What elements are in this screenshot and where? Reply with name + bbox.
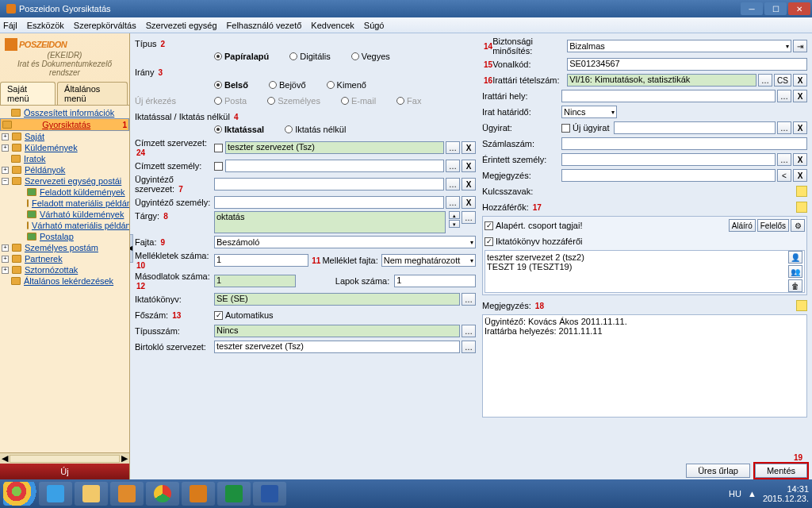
input-ugy-szervezet[interactable] <box>214 178 444 190</box>
taskbar-app[interactable] <box>182 482 215 506</box>
window-maximize-button[interactable]: ☐ <box>764 2 787 15</box>
note-hozzaferok-icon[interactable] <box>796 202 807 213</box>
tree-varhato-k[interactable]: Várható küldemények <box>0 209 129 220</box>
chk-alapert[interactable]: ✓ <box>485 221 493 230</box>
taskbar-excel[interactable] <box>217 482 251 506</box>
hozz-tool-3[interactable]: 🗑 <box>788 279 802 292</box>
textarea-megjegyzes[interactable]: Ügyintéző: Kovács Ákos 2011.11.11. Iratt… <box>482 314 807 418</box>
collapse-sidebar-handle[interactable]: ◀ <box>130 234 133 263</box>
lookup-ugyirat[interactable]: … <box>777 121 791 134</box>
clear-cimzett-szem[interactable]: X <box>462 160 476 172</box>
cs-button[interactable]: CS <box>774 74 791 87</box>
input-ugyirat[interactable] <box>614 121 776 134</box>
lookup-cimzett[interactable]: … <box>446 141 460 154</box>
tree-sajat[interactable]: +Saját <box>0 131 129 142</box>
clear-irattari-hely[interactable]: X <box>793 90 807 102</box>
note-kulcsszavak-icon[interactable] <box>796 186 807 197</box>
input-tipusszam[interactable]: Nincs <box>214 325 460 337</box>
hozz-item-1[interactable]: teszter szervezet 2 (tsz2) <box>487 252 802 262</box>
clear-irattari[interactable]: X <box>793 74 807 87</box>
expand-megj[interactable]: < <box>777 169 791 182</box>
radio-kimeno[interactable]: Kimenő <box>327 80 366 90</box>
radio-iktatassal[interactable]: Iktatással <box>214 125 264 134</box>
tree-partnerek[interactable]: +Partnerek <box>0 253 129 264</box>
hozzaferok-list[interactable]: teszter szervezet 2 (tsz2) TESZT 19 (TES… <box>485 250 805 293</box>
tree-sztorno[interactable]: +Sztornózottak <box>0 264 129 275</box>
input-lapok-szama[interactable]: 1 <box>394 275 476 287</box>
tree-lekerd[interactable]: Általános lekérdezések <box>0 275 129 287</box>
btn-alairo[interactable]: Aláíró <box>729 219 756 232</box>
window-minimize-button[interactable]: ─ <box>741 2 763 15</box>
btn-hozz-add[interactable]: ⚙ <box>791 219 805 232</box>
targy-up[interactable]: ▴ <box>449 211 460 219</box>
input-iktatokonyv[interactable]: SE (SE) <box>214 293 460 306</box>
radio-iktatas-nelkul[interactable]: Iktatás nélkül <box>285 125 346 134</box>
lookup-targy[interactable]: … <box>462 211 476 224</box>
sidetab-general[interactable]: Általános menü <box>57 82 128 105</box>
chk-ikthozz[interactable]: ✓ <box>485 237 493 246</box>
input-szamlaszam[interactable] <box>561 137 807 150</box>
clear-megj[interactable]: X <box>793 169 807 182</box>
lookup-irattari[interactable]: … <box>758 74 772 87</box>
radio-belso[interactable]: Belső <box>214 80 248 90</box>
input-birtoklo[interactable]: teszter szervezet (Tsz) <box>214 341 460 353</box>
note-megj2-icon[interactable] <box>796 300 807 311</box>
start-button[interactable] <box>3 482 36 506</box>
select-irat-hat[interactable]: Nincs▾ <box>561 106 617 118</box>
taskbar-mediaplayer[interactable] <box>110 482 144 506</box>
radio-digitalis[interactable]: Digitális <box>289 52 331 61</box>
taskbar-ie[interactable] <box>39 482 72 506</box>
input-ugy-szemely[interactable] <box>214 196 444 209</box>
menu-favorites[interactable]: Kedvencek <box>311 21 354 30</box>
input-vonalkod[interactable]: SE01234567 <box>567 58 807 71</box>
lookup-ugy-szemely[interactable]: … <box>446 196 460 209</box>
window-close-button[interactable]: ✕ <box>788 2 810 15</box>
lookup-ugy-szervezet[interactable]: … <box>446 178 460 190</box>
input-irattari-hely[interactable] <box>561 90 776 102</box>
sidebar-hscroll[interactable]: ◀▶ <box>0 452 129 464</box>
tray-flag-icon[interactable]: ▲ <box>748 489 756 498</box>
clear-ugy-szervezet[interactable]: X <box>462 178 476 190</box>
radio-vegyes[interactable]: Vegyes <box>351 52 390 61</box>
lookup-cimzett-szem[interactable]: … <box>446 160 460 172</box>
hozz-tool-2[interactable]: 👥 <box>788 265 802 278</box>
chk-cimzett-szem[interactable] <box>214 162 223 171</box>
input-erintett[interactable] <box>561 153 776 166</box>
input-megjegyzes[interactable] <box>561 169 776 182</box>
tree-osszesitett[interactable]: Összesített információk <box>0 107 129 118</box>
select-mell-fajta[interactable]: Nem meghatározott▾ <box>381 254 476 267</box>
clear-erintett[interactable]: X <box>793 153 807 166</box>
select-bizt[interactable]: Bizalmas▾ <box>567 40 791 52</box>
tree-postalap[interactable]: Postalap <box>0 231 129 242</box>
input-masod-szama[interactable]: 1 <box>214 275 296 287</box>
lookup-erintett[interactable]: … <box>777 153 791 166</box>
hozz-tool-1[interactable]: 👤 <box>788 251 802 264</box>
pin-bizt[interactable]: ⇥ <box>793 40 807 52</box>
btn-felelos[interactable]: Felelős <box>757 219 789 232</box>
tree-iratok[interactable]: Iratok <box>0 153 129 164</box>
taskbar-word[interactable] <box>253 482 286 506</box>
sidetab-own[interactable]: Saját menü <box>0 82 56 105</box>
menu-file[interactable]: Fájl <box>3 21 17 30</box>
tray-lang[interactable]: HU <box>729 489 741 498</box>
tree-varhato-m[interactable]: Várható materiális példányok <box>0 220 129 231</box>
tree-peldanyok[interactable]: +Példányok <box>0 164 129 175</box>
chk-ujugyirat[interactable] <box>561 124 570 133</box>
select-fajta[interactable]: Beszámoló▾ <box>214 236 476 248</box>
new-button[interactable]: Új <box>0 464 129 479</box>
lookup-tipusszam[interactable]: … <box>462 325 476 337</box>
clear-ugy-szemely[interactable]: X <box>462 196 476 209</box>
radio-papir[interactable]: Papíralapú <box>214 52 269 61</box>
chk-auto[interactable]: ✓ <box>214 311 223 320</box>
tree-feladott-k[interactable]: Feladott küldemények <box>0 187 129 198</box>
button-mentes[interactable]: Mentés <box>755 464 807 478</box>
menu-userhead[interactable]: Felhasználó vezető <box>227 21 302 30</box>
targy-down[interactable]: ▾ <box>449 220 460 228</box>
clear-cimzett[interactable]: X <box>462 141 476 154</box>
tree-szervpostai[interactable]: −Szervezeti egység postái <box>0 175 129 187</box>
taskbar-explorer[interactable] <box>75 482 108 506</box>
input-irattari[interactable]: VI/16: Kimutatások, statisztikák <box>567 74 756 87</box>
tree-gyorsiktatas[interactable]: Gyorsiktatás1 <box>0 118 129 131</box>
input-mell-szama[interactable]: 1 <box>214 254 308 267</box>
input-cimzett-szervezet[interactable]: teszter szervezet (Tsz) <box>225 141 444 154</box>
